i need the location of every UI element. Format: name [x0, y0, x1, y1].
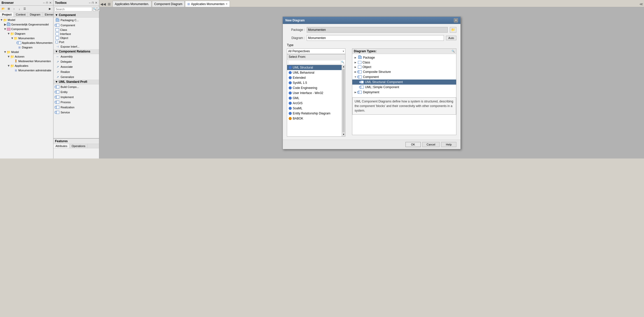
tab-attributes[interactable]: Attributes	[53, 144, 69, 148]
toolbox-label-generalize: Generalize	[61, 75, 74, 78]
toolbox-label-packaging: Packaging C...	[61, 19, 79, 22]
list-item-sysml[interactable]: SysML 1.5	[287, 80, 322, 85]
list-item-babok[interactable]: BABOK	[287, 116, 322, 121]
tree-item-app-mon[interactable]: ▶ Applicaties Monumenten	[0, 41, 53, 45]
toolbox-item-delegate[interactable]: ↗ Delegate	[53, 59, 99, 64]
list-item-gml[interactable]: GML	[287, 96, 322, 101]
expand-monumenten[interactable]: ▼	[11, 37, 14, 40]
toolbox-item-port[interactable]: Port	[53, 40, 99, 44]
toolbox-label-realization: Realization	[61, 106, 74, 109]
section-cr-label: Component Relations	[59, 50, 90, 53]
list-item-ui-win32[interactable]: User Interface - Win32	[287, 90, 322, 96]
perspectives-select[interactable]: All Perspectives	[287, 48, 322, 54]
toolbox-dock-icon[interactable]: ⊓	[92, 1, 94, 5]
package-row: Package : 📁	[287, 27, 322, 33]
tree-label-diagram-folder: Diagram	[15, 32, 25, 35]
tree-item-model[interactable]: ▼ 📁 Model	[0, 18, 53, 22]
tree-item-diagram-leaf[interactable]: ▶ ⊞ Diagram	[0, 45, 53, 50]
toolbox-pin-icon[interactable]: –	[89, 1, 91, 5]
tab-component-diagram[interactable]: Component Diagram	[152, 1, 185, 7]
toolbox-item-build[interactable]: Build Compo...	[53, 84, 99, 89]
section-uml-std[interactable]: ▼ UML Standard Profi	[53, 80, 99, 84]
toolbox-item-generalize[interactable]: ↗ Generalize	[53, 74, 99, 80]
select-from-search-input[interactable]	[288, 60, 322, 64]
list-item-extended[interactable]: Extended	[287, 75, 322, 80]
up-btn[interactable]: ↑	[12, 7, 16, 11]
list-item-uml-behavioral[interactable]: UML Behavioral	[287, 70, 322, 75]
realize-icon-tb: ↗	[55, 70, 60, 74]
toolbox-item-interface[interactable]: Interface	[53, 32, 99, 36]
modal-overlay: New Diagram ✕ Package : 📁 Diagram : Auto	[99, 7, 322, 158]
toolbox-item-service[interactable]: Service	[53, 110, 99, 115]
toolbox-close-icon[interactable]: ✕	[95, 1, 97, 5]
tab-operations[interactable]: Operations	[69, 144, 88, 148]
section-component[interactable]: ▼ Component	[53, 13, 99, 18]
toolbox-item-packaging[interactable]: Packaging C...	[53, 18, 99, 23]
tab-close-btn[interactable]: ✕	[226, 3, 228, 5]
toolbox-item-expose[interactable]: ⊣ Expose Interf...	[53, 44, 99, 49]
tree-label-mon-admin: Monumenten administratie	[18, 69, 51, 72]
arrow-right-btn[interactable]: ▶	[48, 7, 52, 11]
toolbox-item-component[interactable]: Component	[53, 23, 99, 28]
nav-back-btn[interactable]: ◀◀	[100, 1, 106, 7]
toolbox-panel: Toolbox – ⊓ ✕ 🔍 🔎 ☰ ▼ Component Packagin…	[53, 0, 99, 158]
toolbox-item-associate[interactable]: ↗ Associate	[53, 64, 99, 69]
new-diagram-modal: New Diagram ✕ Package : 📁 Diagram : Auto	[283, 17, 322, 149]
toolbox-item-class[interactable]: Class	[53, 28, 99, 32]
tree-item-mon-admin[interactable]: ▶ ⊞ Monumenten administratie	[0, 68, 53, 73]
list-item-code-eng[interactable]: Code Engineering	[287, 85, 322, 90]
tab-context[interactable]: Context	[14, 12, 28, 17]
close-icon[interactable]: ✕	[49, 1, 52, 5]
expand-applicaties[interactable]: ▼	[7, 64, 10, 67]
tab-applicaties-mon-active[interactable]: ⊞ Applicaties Monumenten ✕	[185, 1, 230, 7]
list-item-arcgis[interactable]: ArcGIS	[287, 101, 322, 106]
open-folder-btn[interactable]: 📂	[1, 7, 6, 11]
tree-item-gem[interactable]: ▶ Gemeentelijk Gegevensmodel	[0, 22, 53, 27]
tree-item-componenten[interactable]: ▼ Componenten	[0, 27, 53, 31]
nav-grid-btn[interactable]: ⊞	[106, 1, 112, 7]
toolbox-item-entity[interactable]: Entity	[53, 89, 99, 95]
list-item-soaml[interactable]: SoaML	[287, 106, 322, 111]
toolbox-item-process[interactable]: Process	[53, 100, 99, 105]
package-input[interactable]	[307, 27, 322, 33]
toolbox-label-class: Class	[60, 28, 67, 31]
tab-project[interactable]: Project	[0, 12, 14, 17]
tree-item-actoren[interactable]: ▼ 📁 Actoren	[0, 54, 53, 59]
expand-model2[interactable]: ▼	[4, 50, 7, 54]
section-comp-relations[interactable]: ▼ Component Relations	[53, 49, 99, 54]
toolbox-item-implement[interactable]: Implement	[53, 95, 99, 100]
expand-gem[interactable]: ▶	[4, 23, 7, 26]
down-btn[interactable]: ↓	[17, 7, 22, 11]
list-item-uml-structural[interactable]: UML Structural	[287, 65, 322, 70]
toolbox-search-input[interactable]	[54, 7, 92, 11]
toolbox-label-port: Port	[59, 41, 64, 44]
folder-icon-diagram: 📁	[10, 32, 14, 36]
type-content-row: All Perspectives Select From: 🔍	[287, 48, 322, 137]
filter-btn[interactable]: ☰	[22, 7, 27, 11]
toolbox-item-object[interactable]: Object	[53, 36, 99, 40]
diagram-input[interactable]	[307, 35, 322, 41]
tree-item-applicaties[interactable]: ▼ 📁 Applicaties	[0, 63, 53, 68]
toolbox-title: Toolbox	[55, 1, 67, 5]
expand-diagram[interactable]: ▼	[7, 32, 10, 35]
tree-item-model2[interactable]: ▼ 📁 Model	[0, 50, 53, 54]
toolbox-search-btn[interactable]: 🔍	[93, 7, 96, 11]
expand-model[interactable]: ▼	[0, 18, 3, 21]
expand-actoren[interactable]: ▼	[7, 55, 10, 58]
realization-icon-tb	[55, 105, 60, 109]
list-item-erd[interactable]: Entity Relationship Diagram	[287, 111, 322, 116]
tree-item-medewerker[interactable]: ▶ 🧍 Medewerker Monumenten	[0, 59, 53, 63]
dock-icon[interactable]: ⊓	[46, 1, 48, 5]
tab-applicaties-mon-dot[interactable]: Applicaties Monumenten.	[113, 1, 151, 7]
toolbox-label-assembly: Assembly	[61, 55, 73, 58]
toolbox-item-realize[interactable]: ↗ Realize	[53, 69, 99, 74]
tab-diagram[interactable]: Diagram	[28, 12, 43, 17]
expand-comp[interactable]: ▼	[4, 28, 7, 31]
package-btn[interactable]: ⊞	[6, 7, 11, 11]
pin-icon[interactable]: –	[43, 1, 45, 5]
tree-item-monumenten[interactable]: ▼ 📁 Monumenten	[0, 36, 53, 41]
tree-item-diagram-folder[interactable]: ▼ 📁 Diagram	[0, 31, 53, 36]
toolbox-item-realization[interactable]: Realization	[53, 105, 99, 110]
generalize-icon-tb: ↗	[55, 75, 60, 79]
toolbox-item-assembly[interactable]: ↔ Assembly	[53, 54, 99, 59]
